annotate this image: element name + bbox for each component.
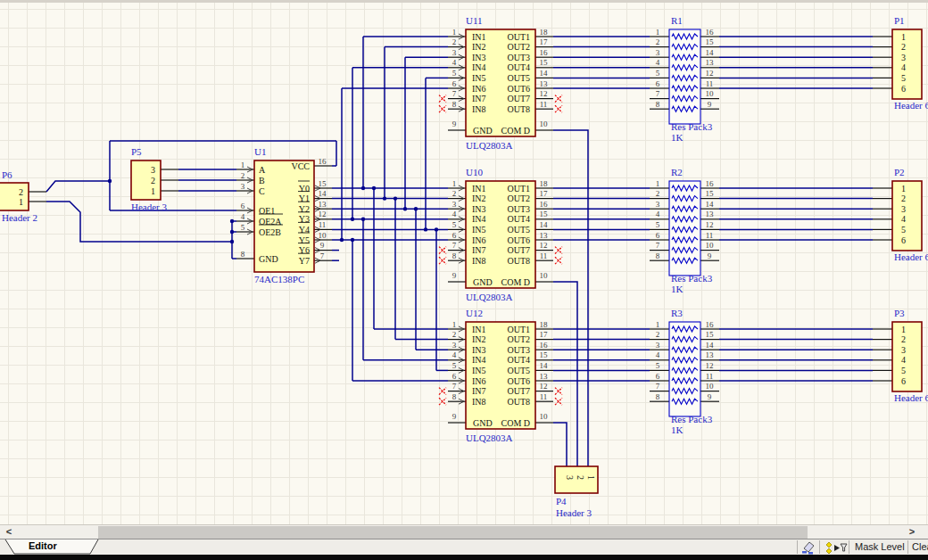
- pin-number: 3: [241, 182, 245, 191]
- pin-number: 4: [901, 214, 906, 224]
- no-erc-icon[interactable]: [439, 95, 446, 103]
- pin-number: 16: [706, 28, 715, 37]
- designator: R1: [671, 15, 683, 26]
- no-erc-icon[interactable]: [439, 105, 446, 112]
- status-separator: [797, 540, 798, 554]
- component-P2[interactable]: 123456P2Header 6: [892, 167, 928, 262]
- component-U10[interactable]: 1IN118OUT12IN217OUT23IN316OUT34IN415OUT4…: [452, 167, 548, 302]
- part-name: ULQ2803A: [466, 432, 513, 443]
- pin-number: 11: [319, 220, 327, 229]
- component-P4[interactable]: 321P4Header 3: [555, 466, 598, 518]
- pin-number: 9: [452, 271, 457, 280]
- designator: U1: [254, 146, 266, 157]
- pin-number: 6: [452, 231, 457, 240]
- pin-number: 1: [901, 32, 906, 42]
- pin-number: 11: [540, 392, 548, 401]
- pin-number: 15: [319, 179, 327, 188]
- pin-number: 14: [319, 189, 327, 198]
- diamond-icon: [826, 548, 832, 554]
- filter-tools-icons[interactable]: [823, 540, 848, 555]
- clear-button[interactable]: Clear: [912, 541, 928, 552]
- pin-number: 9: [320, 241, 325, 250]
- pin-label: OUT2: [507, 334, 530, 344]
- designator: P2: [894, 167, 905, 177]
- pin-number: 7: [452, 89, 457, 98]
- no-erc-icon[interactable]: [555, 95, 562, 103]
- component-R1[interactable]: 11621531441351261171089R1Res Pack31K: [656, 15, 714, 143]
- no-erc-icon[interactable]: [555, 257, 562, 264]
- pin-number: 8: [452, 100, 457, 109]
- pin-number: 1: [452, 28, 457, 37]
- editor-tab-label[interactable]: Editor: [29, 540, 57, 551]
- no-erc-icon[interactable]: [555, 388, 562, 395]
- pin-number: 5: [901, 73, 906, 83]
- part-name: Header 6: [894, 251, 928, 262]
- pin-label: COM D: [501, 418, 530, 428]
- pin-number: 8: [452, 251, 457, 260]
- no-erc-icon[interactable]: [555, 398, 562, 405]
- pin-number: 18: [540, 28, 549, 37]
- no-erc-icon[interactable]: [439, 247, 446, 254]
- pin-number: 14: [706, 341, 715, 350]
- status-separator: [849, 540, 849, 554]
- pin-number: 3: [901, 345, 906, 355]
- horizontal-scrollbar[interactable]: < >: [0, 524, 928, 539]
- component-P6[interactable]: 21P6Header 2: [0, 169, 37, 223]
- part-name: Res Pack3: [671, 414, 713, 424]
- pin-number: 17: [540, 330, 549, 339]
- pin-label: OUT4: [507, 62, 530, 72]
- mask-level-button[interactable]: Mask Level: [855, 541, 905, 552]
- pin-number: 6: [241, 202, 245, 210]
- pin-label: IN6: [472, 235, 486, 245]
- pin-number: 9: [708, 251, 712, 260]
- component-U12[interactable]: 1IN118OUT12IN217OUT23IN316OUT34IN415OUT4…: [452, 308, 548, 443]
- pin-label: B: [259, 176, 265, 185]
- component-R2[interactable]: 11621531441351261171089R2Res Pack31K: [656, 167, 714, 294]
- application-window: 1IN118OUT12IN217OUT23IN316OUT34IN415OUT4…: [0, 0, 928, 560]
- pin-number: 15: [706, 189, 715, 198]
- pin-label: IN3: [472, 204, 486, 214]
- pin-number: 15: [706, 37, 715, 46]
- component-P5[interactable]: 321P5Header 3: [131, 146, 168, 212]
- pin-label: IN1: [472, 325, 486, 334]
- pin-number: 4: [452, 58, 457, 67]
- pin-label: OE2B: [259, 227, 281, 237]
- pin-number: 1: [656, 28, 660, 37]
- schematic-canvas[interactable]: 1IN118OUT12IN217OUT23IN316OUT34IN415OUT4…: [0, 3, 928, 524]
- pin-label: IN5: [472, 366, 486, 375]
- component-R3[interactable]: 11621531441351261171089R3Res Pack31K: [656, 308, 714, 435]
- pin-number: 14: [540, 220, 549, 229]
- scroll-right-button[interactable]: >: [905, 525, 919, 539]
- designator: P5: [131, 146, 142, 157]
- eraser-icon[interactable]: [800, 540, 816, 555]
- pin-number: 4: [901, 62, 906, 72]
- pin-number: 6: [452, 372, 457, 381]
- component-P1[interactable]: 123456P1Header 6: [892, 15, 928, 111]
- pin-number: 1: [656, 179, 660, 188]
- scroll-thumb[interactable]: [98, 526, 808, 539]
- pin-label: IN4: [472, 62, 486, 72]
- no-erc-icon[interactable]: [439, 398, 446, 405]
- component-U1[interactable]: 1A2B3C6OE14OE2A5OE2B8GND16VCC15Y014Y113Y…: [241, 146, 327, 284]
- component-U11[interactable]: 1IN118OUT12IN217OUT23IN316OUT34IN415OUT4…: [452, 15, 548, 151]
- pin-label: OUT1: [507, 184, 530, 194]
- schematic-drawing[interactable]: 1IN118OUT12IN217OUT23IN316OUT34IN415OUT4…: [0, 3, 928, 524]
- pin-label: GND: [473, 418, 493, 428]
- no-erc-icon[interactable]: [439, 257, 446, 264]
- pin-label: IN7: [472, 386, 486, 396]
- pin-number: 10: [540, 412, 549, 421]
- no-erc-icon[interactable]: [555, 105, 562, 112]
- pin-label: OUT5: [507, 366, 530, 375]
- part-name: ULQ2803A: [466, 140, 513, 151]
- pin-number: 11: [706, 372, 714, 381]
- pin-label: OUT5: [507, 73, 530, 83]
- pin-number: 13: [706, 350, 715, 359]
- component-P3[interactable]: 123456P3Header 6: [892, 308, 928, 403]
- pin-number: 10: [706, 382, 715, 391]
- pin-number: 2: [656, 330, 660, 339]
- pin-number: 6: [452, 79, 457, 88]
- no-erc-icon[interactable]: [439, 388, 446, 395]
- scroll-left-button[interactable]: <: [2, 525, 16, 539]
- pin-number: 7: [320, 251, 325, 260]
- no-erc-icon[interactable]: [555, 247, 562, 254]
